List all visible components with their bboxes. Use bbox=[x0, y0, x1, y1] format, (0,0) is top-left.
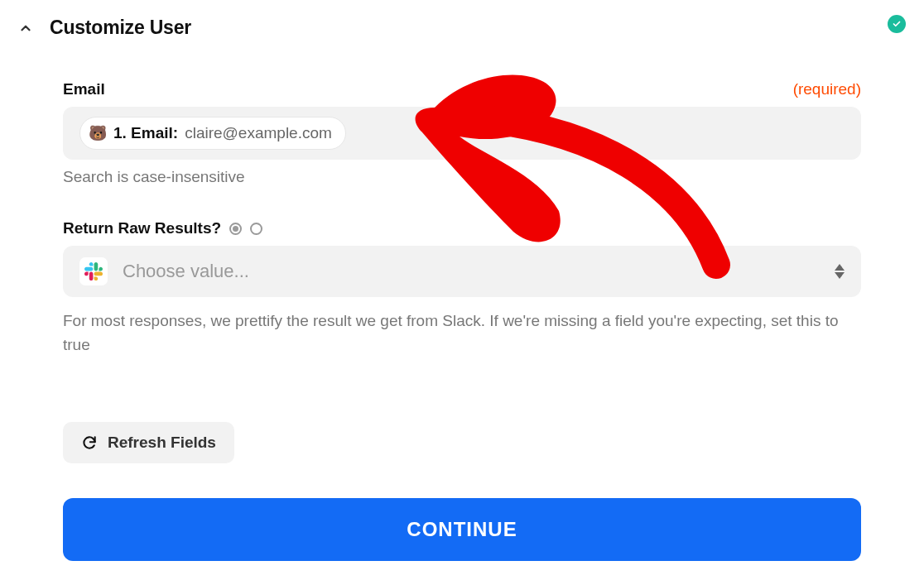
email-input[interactable]: 🐻 1. Email: claire@example.com bbox=[63, 107, 861, 160]
email-label: Email bbox=[63, 80, 105, 98]
continue-button[interactable]: CONTINUE bbox=[63, 498, 861, 561]
section-title: Customize User bbox=[50, 17, 191, 39]
raw-results-description: For most responses, we prettify the resu… bbox=[63, 309, 861, 357]
refresh-fields-button[interactable]: Refresh Fields bbox=[63, 422, 234, 463]
raw-results-select[interactable]: Choose value... bbox=[63, 246, 861, 297]
raw-radio-option-2[interactable] bbox=[250, 223, 262, 235]
email-pill-label: 1. Email: bbox=[113, 124, 178, 142]
slack-icon bbox=[79, 257, 108, 285]
collapse-toggle[interactable] bbox=[17, 19, 35, 37]
email-hint: Search is case-insensitive bbox=[63, 168, 861, 186]
email-mapped-pill[interactable]: 🐻 1. Email: claire@example.com bbox=[79, 117, 346, 150]
chevron-up-icon bbox=[18, 21, 33, 36]
email-required: (required) bbox=[793, 80, 861, 98]
check-icon bbox=[892, 19, 902, 29]
raw-radio-option-1[interactable] bbox=[229, 223, 242, 235]
refresh-fields-label: Refresh Fields bbox=[108, 434, 216, 452]
raw-results-label: Return Raw Results? bbox=[63, 219, 221, 237]
raw-results-placeholder: Choose value... bbox=[123, 261, 249, 282]
refresh-icon bbox=[81, 434, 98, 451]
status-complete-badge bbox=[888, 15, 906, 33]
select-updown-icon bbox=[835, 264, 845, 279]
email-pill-value: claire@example.com bbox=[185, 124, 332, 142]
wpforms-icon: 🐻 bbox=[89, 124, 107, 142]
